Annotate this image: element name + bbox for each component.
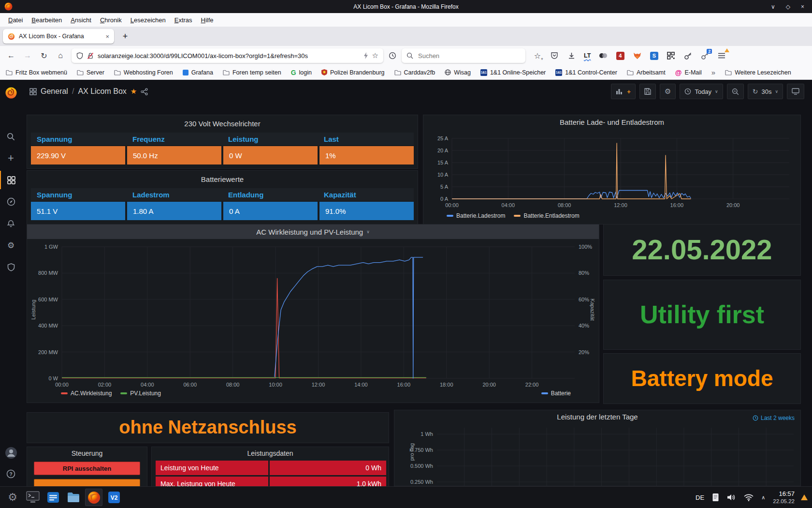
user-avatar[interactable] (0, 444, 22, 462)
bookmark-item[interactable]: Carddav2fb (394, 69, 435, 76)
forward-button[interactable]: → (20, 48, 35, 63)
panel-title[interactable]: Leistungsdaten (152, 447, 389, 460)
search-input[interactable] (417, 52, 521, 60)
key-sessions-icon[interactable]: 2 (700, 51, 709, 60)
fox-extension-icon[interactable] (633, 51, 641, 60)
configuration-gear-icon[interactable]: ⚙ (0, 236, 22, 254)
rpi-shutdown-button[interactable]: RPI ausschalten (34, 462, 140, 475)
bookmark-item[interactable]: Polizei Brandenburg (321, 69, 385, 76)
legend-item[interactable]: AC.Wirkleistung (61, 390, 112, 397)
panel-title[interactable]: 230 Volt Wechselrichter (31, 118, 414, 130)
dashboard-settings-button[interactable]: ⚙ (660, 84, 676, 99)
file-manager-icon[interactable] (44, 489, 62, 506)
bookmark-item[interactable]: @E-Mail (675, 69, 702, 76)
legend-item[interactable]: PV.Leistung (120, 390, 161, 397)
grafana-logo-icon[interactable] (0, 85, 22, 101)
dashboards-icon[interactable] (0, 171, 22, 189)
bookmark-item[interactable]: Fritz Box webmenü (6, 69, 67, 76)
letzte-tage-chart[interactable]: 0.250 Wh0.500 Wh0.750 Wh1 Wh (394, 424, 800, 486)
clipboard-tray-icon[interactable] (712, 493, 719, 502)
ac-pv-chart[interactable]: 00:0002:0004:0006:0008:0010:0012:0014:00… (27, 239, 599, 394)
panel-header[interactable]: AC Wirkleistung und PV-Leistung ∨ (27, 224, 599, 239)
panel-title[interactable]: Batterie Lade- und Entladestrom (423, 115, 800, 130)
panel-title[interactable]: Steuerung (27, 447, 147, 460)
download-icon[interactable] (567, 51, 576, 60)
menu-item[interactable]: Extras (170, 15, 197, 25)
browser-tab[interactable]: AX Licom Box - Grafana × (3, 29, 114, 44)
tray-expand-icon[interactable]: ∧ (761, 494, 765, 501)
url-bar[interactable]: solaranzeige.local:3000/d/99LICOM001/ax-… (72, 48, 383, 63)
bookmark-item[interactable]: Grafana (183, 69, 213, 76)
close-icon[interactable]: × (801, 3, 804, 10)
bookmark-item[interactable]: Server (77, 69, 104, 76)
rpi-secondary-button[interactable] (34, 479, 140, 486)
add-panel-button[interactable]: + (611, 84, 636, 99)
shield-icon[interactable] (76, 52, 83, 60)
menu-item[interactable]: Chronik (96, 15, 126, 25)
taskbar-clock[interactable]: 16:57 22.05.22 (773, 490, 795, 505)
v2-app-icon[interactable]: V2 (105, 489, 123, 506)
legend-item[interactable]: Batterie.Ladestrom (447, 212, 505, 219)
panel-title[interactable]: Batteriewerte (31, 174, 414, 185)
time-range-picker[interactable]: Today ∨ (680, 84, 723, 99)
legend-item[interactable]: Batterie.Entladestrom (514, 212, 579, 219)
url-text[interactable]: solaranzeige.local:3000/d/99LICOM001/ax-… (98, 52, 360, 60)
legend-item[interactable]: Batterie (541, 390, 571, 397)
menu-item[interactable]: Hilfe (197, 15, 218, 25)
qr-code-icon[interactable] (667, 51, 675, 60)
alerting-bell-icon[interactable] (0, 214, 22, 233)
bookmark-item[interactable]: Arbeitsamt (627, 69, 666, 76)
bookmark-item[interactable]: Weitere Lesezeichen (725, 69, 791, 76)
batterie-strom-chart[interactable]: 00:0004:0008:0012:0016:0020:000 A5 A10 A… (427, 131, 797, 210)
tab-close-icon[interactable]: × (105, 33, 109, 40)
menu-hamburger-icon[interactable] (717, 51, 726, 60)
save-dashboard-button[interactable] (639, 84, 656, 99)
create-icon[interactable]: + (0, 149, 22, 167)
server-admin-shield-icon[interactable] (0, 258, 22, 276)
breadcrumb-section[interactable]: General (41, 87, 68, 96)
search-bar[interactable] (402, 48, 525, 63)
explore-compass-icon[interactable] (0, 193, 22, 211)
key-icon[interactable] (683, 51, 692, 60)
menu-item[interactable]: Ansicht (66, 15, 96, 25)
time-range-note[interactable]: Last 2 weeks (753, 415, 795, 421)
languagetool-icon[interactable]: LT (584, 51, 591, 60)
lightning-icon[interactable] (363, 52, 368, 59)
search-icon[interactable] (0, 127, 22, 146)
bookmark-item[interactable]: Webhosting Foren (114, 69, 173, 76)
new-tab-button[interactable]: + (118, 29, 132, 44)
firefox-taskbar-icon[interactable] (85, 489, 102, 506)
breadcrumb-page-title[interactable]: AX Licom Box (78, 87, 126, 96)
bookmarks-overflow-icon[interactable]: » (711, 68, 715, 76)
notification-corner-icon[interactable] (800, 493, 808, 501)
keyboard-layout-indicator[interactable]: DE (696, 494, 704, 501)
bookmark-star-icon[interactable]: ☆ (372, 51, 378, 60)
bookmark-item[interactable]: 1&11&1 Control-Center (555, 69, 617, 76)
volume-icon[interactable] (727, 493, 736, 501)
insecure-lock-icon[interactable] (87, 52, 94, 60)
panel-title[interactable]: Leistung der letzten Tage (394, 410, 800, 424)
refresh-picker[interactable]: ↻ 30s ∨ (748, 84, 783, 99)
folder-icon[interactable] (65, 489, 82, 506)
home-button[interactable]: ⌂ (53, 48, 68, 63)
bookmark-item[interactable]: 1&11&1 Online-Speicher (480, 69, 546, 76)
minimize-icon[interactable]: ∨ (771, 3, 775, 10)
bookmark-item[interactable]: Glogin (291, 69, 312, 76)
start-menu-icon[interactable]: ⚙ (4, 489, 21, 506)
kiosk-mode-button[interactable] (787, 84, 804, 99)
menu-item[interactable]: Bearbeiten (27, 15, 66, 25)
notification-badge-icon[interactable]: 4 (616, 51, 624, 60)
bookmark-item[interactable]: Foren temp seiten (223, 69, 281, 76)
s-extension-icon[interactable]: S (650, 51, 658, 60)
back-button[interactable]: ← (4, 48, 18, 63)
pocket-icon[interactable] (550, 51, 559, 60)
share-icon[interactable] (141, 88, 148, 95)
circles-extension-icon[interactable] (599, 51, 608, 60)
history-clock-button[interactable] (385, 48, 400, 63)
wifi-icon[interactable] (744, 494, 754, 501)
bookmark-item[interactable]: Wisag (445, 69, 471, 76)
terminal-icon[interactable] (24, 489, 42, 506)
menu-item[interactable]: Lesezeichen (126, 15, 170, 25)
menu-item[interactable]: Datei (4, 15, 27, 25)
zoom-out-button[interactable] (727, 84, 744, 99)
